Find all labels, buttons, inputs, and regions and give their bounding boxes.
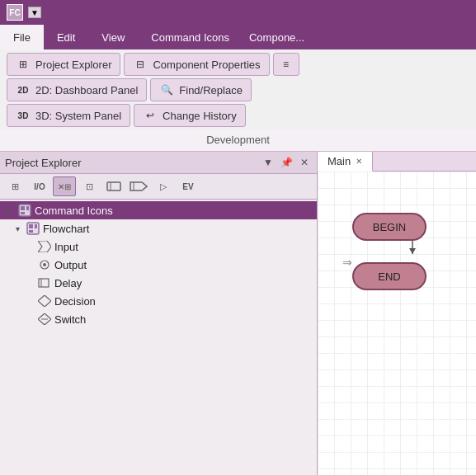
development-label: Development <box>0 130 476 152</box>
panel-close-button[interactable]: ✕ <box>297 155 312 170</box>
change-history-icon: ↩ <box>143 108 158 123</box>
tree-item-output[interactable]: Output <box>0 256 317 274</box>
tree-item-decision[interactable]: Decision <box>0 292 317 310</box>
toolbar-arrow-icon[interactable]: ▷ <box>152 176 175 196</box>
svg-rect-7 <box>26 206 29 210</box>
tree-item-input[interactable]: Input <box>0 238 317 256</box>
diagram-panel: Main ✕ ⇒ BEGIN END <box>318 152 476 475</box>
tree-icon-input <box>37 239 52 254</box>
svg-rect-5 <box>21 206 25 210</box>
svg-rect-15 <box>39 279 49 287</box>
ribbon-row-3: 3D 3D: System Panel ↩ Change History <box>7 104 299 127</box>
tab-main-close[interactable]: ✕ <box>356 157 362 166</box>
svg-rect-6 <box>21 212 25 214</box>
toolbar-io-icon[interactable]: I/O <box>28 176 51 196</box>
toolbar-grid2-icon[interactable]: ⊡ <box>78 176 101 196</box>
diagram-canvas[interactable]: ⇒ BEGIN END <box>318 172 476 475</box>
ribbon-row-1: ⊞ Project Explorer ⊟ Component Propertie… <box>7 53 299 76</box>
ribbon-content: ⊞ Project Explorer ⊟ Component Propertie… <box>0 49 476 130</box>
ribbon-section-panels: ⊞ Project Explorer ⊟ Component Propertie… <box>7 53 299 127</box>
tab-components[interactable]: Compone... <box>243 25 311 49</box>
more-icon-1: ≡ <box>279 57 294 72</box>
node-begin[interactable]: BEGIN <box>352 213 427 241</box>
tab-command-icons[interactable]: Command Icons <box>138 25 243 49</box>
svg-point-14 <box>43 263 46 266</box>
svg-marker-17 <box>38 295 51 307</box>
svg-rect-10 <box>29 230 33 233</box>
explorer-toolbar: ⊞ I/O ✕⊞ ⊡ ▷ EV <box>0 174 317 200</box>
tab-edit[interactable]: Edit <box>44 25 88 49</box>
tree-item-delay[interactable]: Delay <box>0 274 317 292</box>
tree-toggle-flowchart[interactable]: ▾ <box>12 223 23 234</box>
node-end[interactable]: END <box>352 262 427 290</box>
tree-item-switch[interactable]: Switch <box>0 310 317 328</box>
panel-title: Project Explorer <box>5 157 257 169</box>
toolbar-cross-grid-icon[interactable]: ✕⊞ <box>53 176 76 196</box>
app-icon: FC <box>7 4 23 21</box>
tab-file[interactable]: File <box>0 25 44 49</box>
panel-pin-button[interactable]: 📌 <box>279 155 294 170</box>
find-replace-icon: 🔍 <box>159 82 174 97</box>
tree-label-input: Input <box>54 241 78 253</box>
tree-label-switch: Switch <box>54 313 86 326</box>
tree-icon-flowchart <box>26 221 40 236</box>
tree-icon-command-icons <box>17 203 32 218</box>
ribbon-tabs: File Edit View Command Icons Compone... <box>0 25 476 49</box>
component-properties-button[interactable]: ⊟ Component Properties <box>124 53 269 76</box>
panel-header: Project Explorer ▼ 📌 ✕ <box>0 152 317 174</box>
panel-dropdown-button[interactable]: ▼ <box>261 155 276 170</box>
tab-main[interactable]: Main ✕ <box>318 152 373 172</box>
svg-marker-12 <box>38 241 51 252</box>
tree-label-delay: Delay <box>54 277 82 289</box>
tree-icon-switch <box>37 312 52 327</box>
find-replace-button[interactable]: 🔍 Find/Replace <box>150 78 252 101</box>
tree-label-command-icons: Command Icons <box>35 205 113 217</box>
minimize-button[interactable]: ▼ <box>28 7 41 18</box>
tab-view[interactable]: View <box>88 25 138 49</box>
ribbon-row-2: 2D 2D: Dashboard Panel 🔍 Find/Replace <box>7 78 299 101</box>
title-bar: FC ▼ <box>0 0 476 25</box>
change-history-button[interactable]: ↩ Change History <box>134 104 246 127</box>
toolbar-input-icon[interactable] <box>102 176 125 196</box>
tree-toggle-command-icons[interactable]: ▸ <box>3 205 15 216</box>
2d-dashboard-button[interactable]: 2D 2D: Dashboard Panel <box>7 78 147 101</box>
main-area: Project Explorer ▼ 📌 ✕ ⊞ I/O ✕⊞ ⊡ ▷ EV ▸ <box>0 152 476 475</box>
project-explorer-button[interactable]: ⊞ Project Explorer <box>7 53 120 76</box>
3d-icon: 3D <box>16 108 31 123</box>
tree-icon-delay <box>37 275 52 290</box>
tab-bar: Main ✕ <box>318 152 476 172</box>
toolbar-process-icon[interactable] <box>127 176 150 196</box>
tree-view: ▸ Command Icons ▾ Flowchart <box>0 200 317 475</box>
svg-rect-9 <box>29 224 33 228</box>
svg-rect-11 <box>35 224 37 228</box>
svg-rect-0 <box>107 182 120 190</box>
svg-marker-21 <box>409 248 416 254</box>
project-explorer-panel: Project Explorer ▼ 📌 ✕ ⊞ I/O ✕⊞ ⊡ ▷ EV ▸ <box>0 152 318 475</box>
toolbar-ev-icon[interactable]: EV <box>177 176 200 196</box>
tree-label-output: Output <box>54 259 87 271</box>
tree-icon-output <box>37 257 52 272</box>
tree-item-flowchart[interactable]: ▾ Flowchart <box>0 219 317 238</box>
tree-icon-decision <box>37 294 52 308</box>
more-button-1[interactable]: ≡ <box>273 53 299 76</box>
svg-marker-2 <box>130 182 147 190</box>
svg-text:⇒: ⇒ <box>342 256 352 269</box>
tree-item-command-icons[interactable]: ▸ Command Icons <box>0 201 317 219</box>
toolbar-grid-icon[interactable]: ⊞ <box>3 176 26 196</box>
3d-system-button[interactable]: 3D 3D: System Panel <box>7 104 130 127</box>
2d-icon: 2D <box>16 82 31 97</box>
tree-label-decision: Decision <box>54 295 96 308</box>
project-explorer-icon: ⊞ <box>16 57 31 72</box>
tree-label-flowchart: Flowchart <box>43 223 89 235</box>
component-properties-icon: ⊟ <box>133 57 148 72</box>
